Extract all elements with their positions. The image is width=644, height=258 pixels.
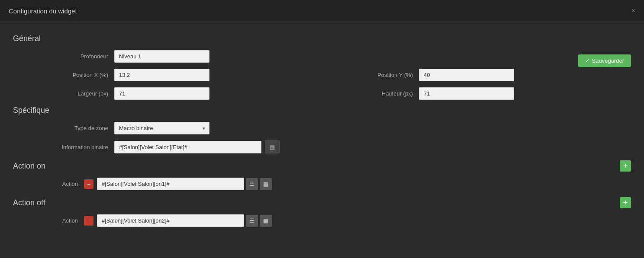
largeur-input[interactable] [114,87,209,100]
add-icon-2: + [623,199,628,207]
action-off-section-header: Action off + [13,197,631,208]
info-binaire-label: Information binaire [39,144,108,150]
profondeur-label: Profondeur [39,53,108,60]
grid-icon: ▦ [270,144,275,150]
minus-icon-2: − [87,217,90,224]
type-zone-label: Type de zone [39,125,108,131]
action-on-list-button[interactable]: ☰ [246,178,258,190]
info-binaire-grid-button[interactable]: ▦ [265,140,280,153]
action-on-grid-button[interactable]: ▦ [260,178,272,190]
info-binaire-input[interactable] [114,141,261,153]
position-row: Position X (%) Position Y (%) [13,69,631,81]
info-binaire-group: Information binaire ▦ [39,140,631,153]
list-icon-1: ☰ [249,181,254,187]
action-on-input[interactable] [97,178,244,190]
profondeur-group: Profondeur [39,50,631,63]
type-zone-select[interactable]: Macro binaire Binaire Autre [114,122,209,134]
action-on-title: Action on [13,162,45,171]
action-off-input[interactable] [97,214,244,227]
profondeur-row: Profondeur [13,50,631,63]
info-binaire-row: Information binaire ▦ [13,140,631,153]
grid-icon-2: ▦ [263,217,268,224]
section-specifique-title: Spécifique [13,106,631,115]
minus-icon: − [87,181,90,188]
type-zone-select-wrapper: Macro binaire Binaire Autre [114,122,209,134]
action-off-grid-button[interactable]: ▦ [260,215,272,227]
section-general-title: Général [13,34,631,43]
action-off-add-button[interactable]: + [620,197,631,208]
action-on-section-header: Action on + [13,160,631,172]
action-off-row: Action − ☰ ▦ [13,214,631,227]
action-off-label: Action [39,217,78,224]
action-on-remove-button[interactable]: − [84,179,93,189]
hauteur-label: Hauteur (px) [344,90,413,97]
largeur-label: Largeur (px) [39,90,108,97]
position-y-label: Position Y (%) [344,72,413,78]
position-y-group: Position Y (%) [344,69,631,81]
top-actions: ✓ Sauvegarder [578,54,631,67]
action-on-row: Action − ☰ ▦ [13,178,631,190]
save-check-icon: ✓ [585,57,590,64]
action-on-add-button[interactable]: + [620,160,631,172]
position-x-group: Position X (%) [39,69,326,81]
profondeur-input[interactable] [114,50,209,63]
largeur-group: Largeur (px) [39,87,326,100]
grid-icon-1: ▦ [263,181,268,187]
dialog-header: Configuration du widget × [0,0,644,22]
action-off-list-button[interactable]: ☰ [246,215,258,227]
action-off-remove-button[interactable]: − [84,216,93,226]
list-icon-2: ☰ [249,217,254,224]
close-icon[interactable]: × [631,7,635,15]
action-off-title: Action off [13,198,45,207]
size-row: Largeur (px) Hauteur (px) [13,87,631,100]
position-x-label: Position X (%) [39,72,108,78]
type-zone-group: Type de zone Macro binaire Binaire Autre [39,122,631,134]
save-label: Sauvegarder [592,57,624,64]
dialog-body: ✓ Sauvegarder Général Profondeur Positio… [0,22,644,258]
hauteur-group: Hauteur (px) [344,87,631,100]
hauteur-input[interactable] [419,87,514,100]
save-button[interactable]: ✓ Sauvegarder [578,54,631,67]
action-on-label: Action [39,181,78,187]
add-icon: + [623,162,628,170]
type-zone-row: Type de zone Macro binaire Binaire Autre [13,122,631,134]
position-y-input[interactable] [419,69,514,81]
dialog-widget-config: Configuration du widget × ✓ Sauvegarder … [0,0,644,258]
dialog-title: Configuration du widget [9,7,77,15]
position-x-input[interactable] [114,69,209,81]
